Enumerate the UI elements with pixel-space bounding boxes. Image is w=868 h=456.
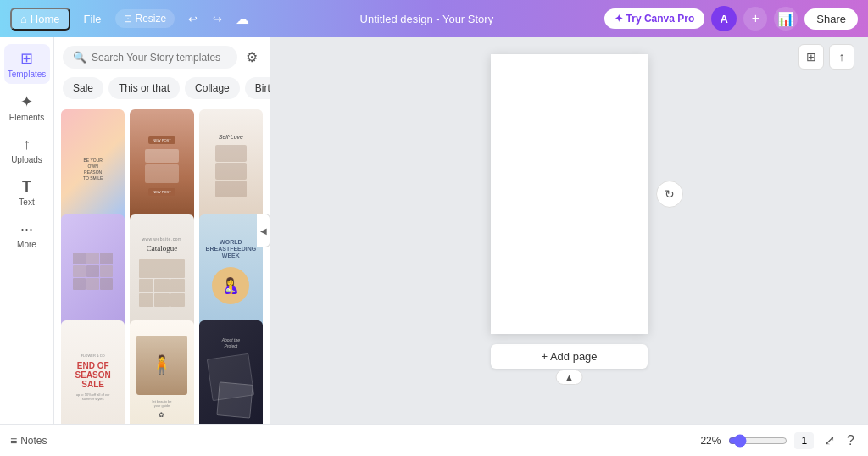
canvas-wrapper: ↻ (491, 54, 648, 334)
zoom-controls: 22% (698, 434, 787, 448)
home-icon: ⌂ (20, 13, 27, 25)
template-thumb-1-inner: BE YOUROWNREASONTO SMILE (61, 109, 125, 223)
notes-button[interactable]: ≡ Notes (10, 434, 47, 448)
canvas-area: ⊞ ↑ ↻ + Add page ▲ (270, 37, 868, 424)
zoom-slider[interactable] (728, 434, 787, 448)
zoom-percent: 22% (698, 435, 723, 447)
home-label: Home (31, 13, 60, 25)
filter-button[interactable]: ⚙ (242, 46, 261, 69)
search-bar: 🔍 ⚙ (54, 37, 270, 74)
main-layout: ⊞ Templates ✦ Elements ↑ Uploads T Text … (0, 37, 868, 424)
show-pages-button[interactable]: ▲ (555, 370, 583, 385)
template-thumb-5-inner: www.website.com Catalogue (130, 214, 193, 328)
analytics-button[interactable]: 📊 (774, 7, 798, 31)
chip-sale[interactable]: Sale (63, 77, 103, 99)
resize-button[interactable]: ⊡ Resize (115, 9, 175, 28)
share-button[interactable]: Share (804, 8, 858, 30)
templates-icon: ⊞ (20, 49, 33, 68)
template-grid: BE YOUROWNREASONTO SMILE NEW POST NEW PO… (54, 106, 270, 424)
topbar-right: ✦ Try Canva Pro A + 📊 Share (604, 6, 858, 31)
plus-button[interactable]: + (743, 7, 767, 31)
canvas-download-button[interactable]: ↑ (829, 44, 854, 70)
avatar-button[interactable]: A (711, 6, 737, 31)
template-thumb-1[interactable]: BE YOUROWNREASONTO SMILE (61, 109, 125, 223)
chevron-up-icon: ▲ (565, 372, 574, 382)
add-page-button[interactable]: + Add page (491, 344, 648, 369)
page-nav: 1 (794, 432, 814, 449)
canvas-grid-button[interactable]: ⊞ (798, 44, 824, 70)
resize-label: Resize (136, 13, 167, 25)
chip-collage[interactable]: Collage (185, 77, 240, 99)
uploads-label: Uploads (11, 155, 42, 164)
more-label: More (17, 240, 36, 249)
redo-button[interactable]: ↪ (206, 9, 229, 29)
resize-icon: ⊡ (124, 13, 132, 25)
more-icon: ··· (20, 220, 33, 238)
file-button[interactable]: File (77, 9, 108, 29)
template-thumb-3-inner: Self·Love (199, 109, 263, 223)
filter-chips: Sale This or that Collage Birthday › (54, 74, 270, 106)
template-thumb-6-inner: WORLDBREASTFEEDINGWEEK 🤱 (199, 214, 263, 328)
elements-label: Elements (9, 113, 45, 122)
sidebar-item-elements[interactable]: ✦ Elements (4, 87, 50, 127)
template-thumb-7[interactable]: FLOWER & CO END OFSEASONSALE up to 50% o… (61, 320, 125, 424)
cloud-icon: ☁ (236, 11, 249, 27)
photo-strip-3 (215, 145, 247, 197)
notes-icon: ≡ (10, 434, 17, 448)
template-thumb-8[interactable]: 🧍 let beauty beyour guide ✿ (130, 320, 193, 424)
page-number-button[interactable]: 1 (794, 432, 814, 449)
sidebar-item-text[interactable]: T Text (4, 173, 50, 212)
help-button[interactable]: ? (843, 429, 858, 452)
search-input-wrap: 🔍 (63, 46, 237, 69)
templates-label: Templates (8, 70, 47, 79)
sidebar-item-uploads[interactable]: ↑ Uploads (4, 131, 50, 170)
template-thumb-3[interactable]: Self·Love (199, 109, 263, 223)
icon-sidebar: ⊞ Templates ✦ Elements ↑ Uploads T Text … (0, 37, 54, 424)
text-icon: T (22, 178, 31, 196)
topbar-center: Untitled design - Your Story (256, 13, 597, 25)
canvas-page[interactable] (491, 54, 648, 334)
templates-panel: 🔍 ⚙ Sale This or that Collage Birthday ›… (54, 37, 270, 424)
canvas-toolbar: ⊞ ↑ (798, 44, 854, 70)
mini-photos-2 (145, 149, 179, 183)
template-thumb-7-inner: FLOWER & CO END OFSEASONSALE up to 50% o… (61, 320, 125, 424)
bottom-bar: ≡ Notes 22% 1 ⤢ ? (0, 424, 868, 456)
template-thumb-4[interactable] (61, 214, 125, 328)
template-thumb-2-inner: NEW POST NEW POST (130, 109, 193, 223)
search-input[interactable] (92, 52, 227, 64)
chip-this-or-that[interactable]: This or that (108, 77, 180, 99)
catalogue-label: Catalogue (147, 244, 178, 253)
try-pro-label: Try Canva Pro (626, 13, 695, 25)
undo-redo-group: ↩ ↪ (181, 9, 229, 29)
search-icon: 🔍 (73, 51, 86, 64)
sidebar-item-templates[interactable]: ⊞ Templates (4, 44, 50, 84)
template-thumb-9-inner: About theProject (199, 320, 263, 424)
template-thumb-9[interactable]: About theProject (199, 320, 263, 424)
try-pro-button[interactable]: ✦ Try Canva Pro (604, 8, 705, 29)
document-title: Untitled design - Your Story (360, 13, 494, 25)
bottom-right-icons: ⤢ ? (821, 429, 858, 452)
template-thumb-8-inner: 🧍 let beauty beyour guide ✿ (130, 320, 193, 424)
chip-birthday[interactable]: Birthday (245, 77, 270, 99)
sidebar-item-more[interactable]: ··· More (4, 215, 50, 254)
pro-star-icon: ✦ (615, 13, 623, 25)
uploads-icon: ↑ (23, 136, 31, 153)
hide-panel-button[interactable]: ◀ (257, 214, 270, 247)
home-button[interactable]: ⌂ Home (10, 8, 70, 31)
photo-grid-4 (73, 253, 113, 290)
topbar: ⌂ Home File ⊡ Resize ↩ ↪ ☁ Untitled desi… (0, 0, 868, 37)
sale-text: END OFSEASONSALE (75, 361, 111, 389)
template-thumb-6[interactable]: WORLDBREASTFEEDINGWEEK 🤱 (199, 214, 263, 328)
text-label: Text (19, 197, 34, 207)
template-thumb-2[interactable]: NEW POST NEW POST (130, 109, 193, 223)
template-thumb-4-inner (61, 214, 125, 328)
elements-icon: ✦ (20, 92, 33, 111)
template-thumb-5[interactable]: www.website.com Catalogue (130, 214, 193, 328)
refresh-button[interactable]: ↻ (656, 181, 683, 208)
world-bf-title: WORLDBREASTFEEDINGWEEK (205, 239, 256, 260)
notes-label: Notes (20, 435, 47, 447)
fullscreen-button[interactable]: ⤢ (821, 429, 838, 452)
undo-button[interactable]: ↩ (181, 9, 204, 29)
catalogue-grid (139, 259, 185, 307)
topbar-left: ⌂ Home File ⊡ Resize ↩ ↪ ☁ (10, 8, 249, 31)
